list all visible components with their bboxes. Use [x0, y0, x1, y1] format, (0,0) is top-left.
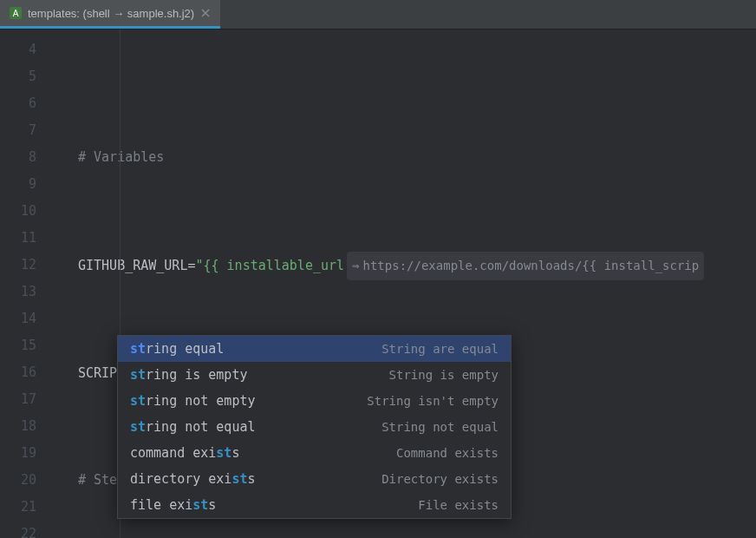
completion-popup[interactable]: string equalString are equalstring is em… [117, 335, 512, 519]
tab-bar: A templates: (shell → sample.sh.j2) [0, 0, 756, 30]
code-line: # Variables [78, 144, 756, 171]
line-number: 14 [0, 305, 36, 332]
line-number: 19 [0, 440, 36, 467]
completion-label: directory exists [130, 471, 256, 487]
completion-item[interactable]: string not emptyString isn't empty [118, 388, 511, 414]
completion-description: String is empty [389, 368, 499, 382]
line-number: 10 [0, 198, 36, 225]
line-number: 20 [0, 467, 36, 494]
completion-description: Directory exists [381, 472, 499, 486]
completion-item[interactable]: string not equalString not equal [118, 414, 511, 440]
completion-label: file exists [130, 497, 216, 513]
code-line: GITHUB_RAW_URL="{{ installable_url⇒https… [78, 252, 756, 279]
completion-item[interactable]: file existsFile exists [118, 492, 511, 518]
svg-text:A: A [13, 9, 19, 18]
editor-area: 4 5 6 7 8 9 10 11 12 13 14 15 16 17 18 1… [0, 30, 756, 538]
completion-label: command exists [130, 445, 239, 461]
completion-item[interactable]: string equalString are equal [118, 336, 511, 362]
file-type-icon: A [9, 6, 23, 20]
completion-description: File exists [418, 498, 499, 512]
completion-item[interactable]: command existsCommand exists [118, 440, 511, 466]
completion-description: Command exists [396, 446, 499, 460]
line-number: 6 [0, 90, 36, 117]
line-number: 15 [0, 332, 36, 359]
line-number: 13 [0, 279, 36, 305]
line-number: 7 [0, 117, 36, 144]
inlay-hint[interactable]: ⇒https://example.com/downloads/{{ instal… [347, 252, 704, 280]
line-number: 4 [0, 36, 36, 63]
close-icon[interactable] [199, 7, 212, 19]
line-number: 18 [0, 413, 36, 440]
line-number: 16 [0, 359, 36, 386]
line-number: 22 [0, 521, 36, 538]
line-number: 21 [0, 494, 36, 521]
completion-label: string not empty [130, 393, 256, 409]
completion-label: string not equal [130, 419, 256, 435]
completion-item[interactable]: string is emptyString is empty [118, 362, 511, 388]
line-number: 11 [0, 225, 36, 252]
completion-description: String are equal [381, 342, 499, 356]
tab-title: templates: (shell → sample.sh.j2) [28, 7, 194, 20]
line-number: 17 [0, 386, 36, 413]
line-number: 5 [0, 63, 36, 90]
completion-description: String isn't empty [367, 394, 499, 408]
completion-description: String not equal [381, 420, 499, 434]
line-number: 9 [0, 171, 36, 198]
line-number: 12 [0, 252, 36, 279]
editor-tab[interactable]: A templates: (shell → sample.sh.j2) [0, 0, 220, 29]
gutter: 4 5 6 7 8 9 10 11 12 13 14 15 16 17 18 1… [0, 30, 54, 538]
completion-label: string equal [130, 341, 224, 357]
line-number: 8 [0, 144, 36, 171]
completion-item[interactable]: directory existsDirectory exists [118, 466, 511, 492]
completion-label: string is empty [130, 367, 247, 383]
